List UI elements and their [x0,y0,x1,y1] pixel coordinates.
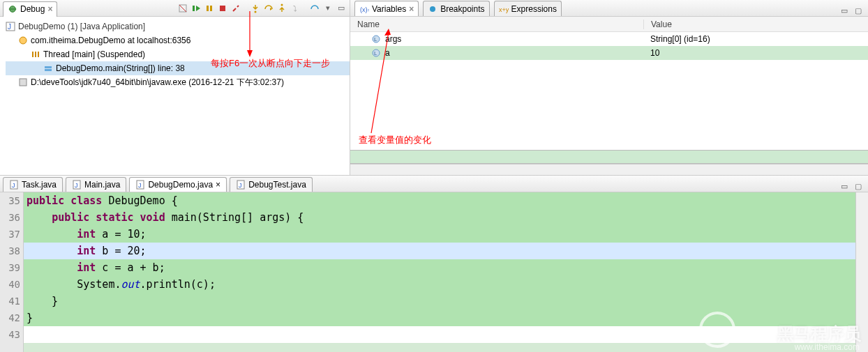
svg-text:(x)=: (x)= [360,6,369,13]
scrollbar[interactable] [855,192,868,352]
expressions-icon: x+y [499,4,509,14]
thread-icon [31,49,40,59]
tab-variables[interactable]: (x)= Variables × [354,1,419,16]
minimize-icon[interactable]: ▭ [336,3,347,14]
debug-tab[interactable]: Debug × [3,1,57,17]
svg-rect-8 [220,6,225,11]
process-node[interactable]: D:\deveTools\jdk7u40_64bit\bin\javaw.exe… [6,75,350,89]
scrollbar[interactable] [350,164,868,175]
editor-tab-debugdemo[interactable]: JDebugDemo.java× [129,177,227,192]
suspend-icon[interactable] [204,3,215,14]
breakpoint-icon [428,4,437,14]
svg-rect-16 [45,69,52,71]
minimize-icon[interactable]: ▭ [839,181,850,192]
variable-row[interactable]: La 10 [350,46,868,60]
col-value[interactable]: Value [643,20,868,29]
maximize-icon[interactable]: ▢ [853,5,864,16]
local-var-icon: L [371,34,381,44]
editor-tabs: JTask.java JMain.java JDebugDemo.java× J… [0,176,868,192]
debug-toolbar: ⤵ ▾ ▭ [177,3,347,14]
close-icon[interactable]: × [216,180,220,190]
editor-tab-task[interactable]: JTask.java [3,177,63,192]
editor-tab-debugtest[interactable]: JDebugTest.java [230,177,313,192]
svg-point-21 [430,6,435,12]
disconnect-icon[interactable] [230,3,241,14]
launch-config-node[interactable]: J DebugDemo (1) [Java Application] [6,20,350,33]
java-file-icon: J [9,180,19,190]
maximize-icon[interactable]: ▢ [853,181,864,192]
java-file-icon: J [135,180,145,190]
line-gutter: 353637383940414243 [0,192,24,352]
variables-view: (x)= Variables × Breakpoints x+y Express… [350,0,868,175]
svg-marker-5 [196,6,200,11]
svg-point-14 [20,37,27,44]
use-step-filters-icon[interactable] [309,3,320,14]
svg-text:L: L [374,50,377,56]
bug-icon [8,4,17,14]
stack-frame-node[interactable]: DebugDemo.main(String[]) line: 38 [6,61,350,75]
svg-point-11 [281,3,283,6]
view-menu-icon[interactable]: ▭ [839,5,850,16]
remove-terminated-icon[interactable] [177,3,188,14]
java-file-icon: J [236,180,246,190]
svg-text:J: J [138,182,142,189]
stack-frame-icon [43,63,53,73]
editor-tab-main[interactable]: JMain.java [66,177,126,192]
debug-target-node[interactable]: com.itheima.DebugDemo at localhost:6356 [6,33,350,47]
svg-rect-7 [210,6,212,11]
close-icon[interactable]: × [409,4,414,14]
svg-text:L: L [374,36,377,43]
variables-body[interactable]: Largs String[0] (id=16) La 10 查看变量值的变化 [350,32,868,108]
debug-target-icon [18,36,28,45]
debug-tab-label: Debug [20,4,45,14]
process-icon [18,77,28,87]
menu-icon[interactable]: ▾ [322,3,334,14]
step-into-icon[interactable] [250,3,261,14]
variable-detail-pane[interactable] [350,150,868,164]
variables-tabs: (x)= Variables × Breakpoints x+y Express… [350,0,868,17]
thread-node[interactable]: Thread [main] (Suspended) [6,47,350,61]
debug-tree[interactable]: J DebugDemo (1) [Java Application] com.i… [0,17,350,175]
variables-header: Name Value [350,17,868,32]
svg-rect-17 [20,79,27,86]
debug-header: Debug × ⤵ ▾ ▭ [0,0,350,17]
svg-line-3 [179,5,186,12]
local-var-icon: L [371,48,381,58]
annotation-look: 查看变量值的变化 [359,134,431,146]
variable-row[interactable]: Largs String[0] (id=16) [350,32,868,46]
variables-icon: (x)= [359,4,369,14]
col-name[interactable]: Name [350,20,643,29]
svg-rect-15 [45,66,52,68]
close-icon[interactable]: × [47,4,52,14]
java-app-icon: J [6,22,15,31]
editor-area: JTask.java JMain.java JDebugDemo.java× J… [0,176,868,352]
step-over-icon[interactable] [263,3,274,14]
code-editor[interactable]: 353637383940414243 public class DebugDem… [0,192,868,352]
watermark-url: www.itheima.com [795,342,860,352]
resume-icon[interactable] [190,3,202,14]
debug-view: Debug × ⤵ ▾ ▭ J [0,0,350,175]
watermark-logo [699,312,735,348]
terminate-icon[interactable] [217,3,228,14]
svg-text:J: J [75,182,78,189]
java-file-icon: J [72,180,82,190]
svg-text:J: J [8,23,11,31]
tab-expressions[interactable]: x+y Expressions [494,1,562,16]
svg-text:J: J [239,182,242,189]
svg-text:J: J [12,182,15,189]
drop-frame-icon[interactable]: ⤵ [290,3,301,14]
svg-rect-6 [207,6,209,11]
step-return-icon[interactable] [276,3,287,14]
svg-point-9 [255,10,257,13]
svg-rect-4 [193,6,195,11]
tab-breakpoints[interactable]: Breakpoints [423,1,489,16]
svg-text:x+y: x+y [499,6,509,13]
